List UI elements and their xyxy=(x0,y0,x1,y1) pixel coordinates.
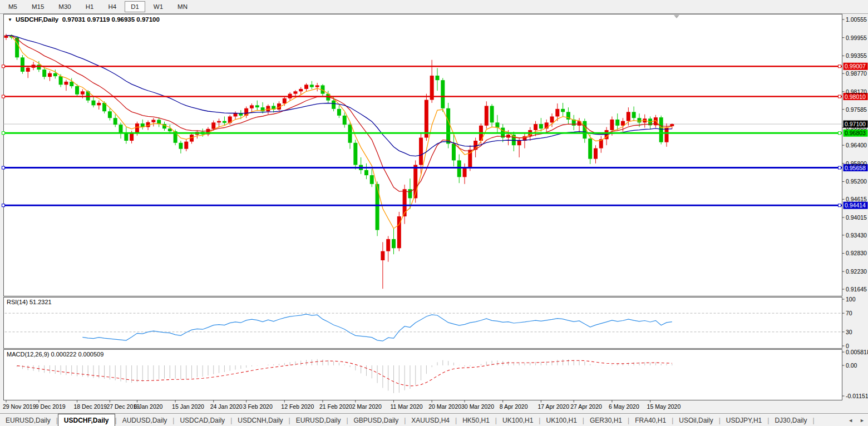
timeframe-button-m30[interactable]: M30 xyxy=(52,1,77,12)
candle-body xyxy=(353,143,357,165)
chart-tab-uk100-h1[interactable]: UK100,H1 xyxy=(497,414,539,426)
price-tick-label: 0.98170 xyxy=(846,88,867,95)
date-label: 11 Mar 2020 xyxy=(391,403,423,410)
chart-tab-eurusd-daily[interactable]: EURUSD,Daily xyxy=(290,414,347,426)
candle-body xyxy=(435,76,439,80)
level-right-marker[interactable] xyxy=(839,132,841,135)
candle-body xyxy=(114,118,117,125)
level-left-marker[interactable] xyxy=(2,204,5,207)
candle-body xyxy=(332,101,336,109)
date-label: 21 Feb 2020 xyxy=(319,403,352,410)
candle-body xyxy=(386,239,390,251)
chart-tab-usdcnh-daily[interactable]: USDCNH,Daily xyxy=(232,414,288,426)
candle-body xyxy=(610,120,614,130)
chart-tab-dj30-daily[interactable]: DJ30,Daily xyxy=(769,414,812,426)
timeframe-button-m5[interactable]: M5 xyxy=(2,1,23,12)
timeframe-toolbar: M5M15M30H1H4D1W1MN xyxy=(0,0,868,14)
candle-body xyxy=(381,251,384,260)
candle-body xyxy=(534,124,537,130)
candle-body xyxy=(37,65,41,70)
timeframe-button-d1[interactable]: D1 xyxy=(125,1,145,12)
price-tick-label: 0.95200 xyxy=(846,178,867,185)
candle-body xyxy=(75,86,79,95)
chart-symbol-label: USDCHF,Daily xyxy=(16,16,58,23)
level-right-marker[interactable] xyxy=(839,204,841,207)
candle-body xyxy=(250,105,254,108)
chart-canvas[interactable]: 0.990070.980100.968030.956580.944141.005… xyxy=(0,0,868,426)
timeframe-button-h4[interactable]: H4 xyxy=(102,1,122,12)
candle-body xyxy=(130,133,134,141)
level-right-marker[interactable] xyxy=(839,166,841,169)
price-tick-label: 1.00555 xyxy=(846,16,867,23)
tab-scroll-left-button[interactable]: ◄ xyxy=(845,414,856,426)
chart-title: ▼USDCHF,Daily 0.97031 0.97119 0.96935 0.… xyxy=(8,16,160,23)
candle-body xyxy=(234,113,238,116)
chart-dropdown-icon[interactable]: ▼ xyxy=(8,17,12,22)
level-left-marker[interactable] xyxy=(2,132,5,135)
chart-tab-usdjpy-h1[interactable]: USDJPY,H1 xyxy=(721,414,767,426)
candle-body xyxy=(135,123,139,133)
timeframe-button-mn[interactable]: MN xyxy=(171,1,194,12)
price-tick-label: 0.92230 xyxy=(846,268,867,275)
chart-tab-usdcad-daily[interactable]: USDCAD,Daily xyxy=(174,414,230,426)
date-label: 30 Mar 2020 xyxy=(461,403,494,410)
candle-body xyxy=(15,37,19,57)
chart-tab-ger30-h1[interactable]: GER30,H1 xyxy=(584,414,628,426)
chart-tab-xauusd-h4[interactable]: XAUUSD,H4 xyxy=(406,414,455,426)
level-left-marker[interactable] xyxy=(2,166,5,169)
candle-body xyxy=(485,106,489,125)
price-tick-label: 0.93430 xyxy=(846,232,867,239)
level-right-marker[interactable] xyxy=(839,65,841,68)
chart-tab-eurusd-daily[interactable]: EURUSD,Daily xyxy=(0,414,56,426)
date-label: 27 Apr 2020 xyxy=(570,403,602,410)
level-left-marker[interactable] xyxy=(2,95,5,98)
candle-body xyxy=(21,57,24,72)
candle-body xyxy=(299,89,303,91)
timeframe-button-m15[interactable]: M15 xyxy=(26,1,50,12)
chart-tab-usdchf-daily[interactable]: USDCHF,Daily xyxy=(58,414,115,426)
level-right-marker[interactable] xyxy=(839,95,841,98)
candle-body xyxy=(615,120,619,126)
chart-tab-hk50-h1[interactable]: HK50,H1 xyxy=(457,414,495,426)
candle-body xyxy=(310,85,314,87)
chart-tab-fra40-h1[interactable]: FRA40,H1 xyxy=(629,414,672,426)
macd-axis-label: 0.00 xyxy=(846,362,857,369)
current-price-box-value: 0.97100 xyxy=(845,121,866,127)
timeframe-button-w1[interactable]: W1 xyxy=(147,1,169,12)
price-tick-label: 0.94615 xyxy=(846,196,867,202)
candle-body xyxy=(211,122,215,128)
rsi-indicator-label: RSI(14) 51.2321 xyxy=(7,299,52,305)
candle-body xyxy=(517,141,521,145)
date-label: 24 Jan 2020 xyxy=(210,403,243,410)
tab-scroll-right-button[interactable]: ► xyxy=(856,414,868,426)
chart-tab-uk100-h1[interactable]: UK100,H1 xyxy=(540,414,582,426)
candle-body xyxy=(70,82,73,86)
candle-body xyxy=(425,100,428,138)
date-label: 15 May 2020 xyxy=(647,403,681,410)
candle-body xyxy=(266,106,270,111)
candle-body xyxy=(26,68,30,72)
candle-body xyxy=(392,239,396,248)
chart-tab-gbpusd-daily[interactable]: GBPUSD,Daily xyxy=(348,414,405,426)
candle-body xyxy=(239,113,243,116)
timeframe-button-h1[interactable]: H1 xyxy=(80,1,100,12)
price-tick-label: 0.97585 xyxy=(846,106,867,113)
candle-body xyxy=(315,85,319,87)
level-left-marker[interactable] xyxy=(2,65,5,68)
candle-body xyxy=(293,91,297,93)
candle-body xyxy=(42,70,46,77)
candle-body xyxy=(97,103,101,105)
candle-body xyxy=(283,98,287,103)
candle-body xyxy=(446,108,450,144)
candle-body xyxy=(223,121,226,123)
candle-body xyxy=(659,117,663,142)
chart-tab-usoil-daily[interactable]: USOil,Daily xyxy=(673,414,718,426)
date-label: 8 Apr 2020 xyxy=(500,403,528,410)
candle-body xyxy=(457,160,461,177)
date-label: 3 Feb 2020 xyxy=(243,403,273,410)
panel-frame xyxy=(4,298,842,349)
price-tick-label: 0.96400 xyxy=(846,142,867,148)
candle-body xyxy=(376,184,379,230)
chart-tab-audusd-daily[interactable]: AUDUSD,Daily xyxy=(117,414,173,426)
candle-body xyxy=(550,116,554,122)
